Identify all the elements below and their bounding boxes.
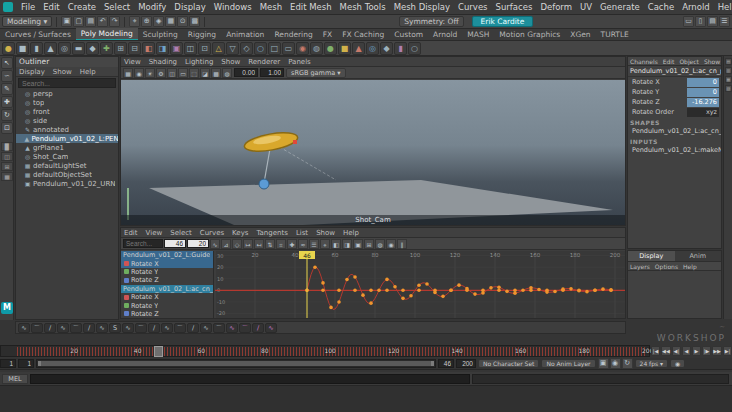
- shelf-icon[interactable]: ◎: [58, 42, 71, 55]
- keyframe-dot[interactable]: [513, 288, 517, 292]
- tangent-preset-icon[interactable]: ∿: [226, 323, 238, 333]
- graph-toolbar-icon[interactable]: ⌖: [320, 239, 330, 249]
- shelf-icon[interactable]: ⊞: [114, 42, 127, 55]
- keyframe-dot[interactable]: [321, 288, 325, 292]
- shelf-icon[interactable]: ▮: [30, 42, 43, 55]
- menu-curves[interactable]: Curves: [454, 2, 492, 12]
- range-row-icon[interactable]: ◉: [610, 358, 621, 369]
- time-slider[interactable]: 20406080100120140160180200: [0, 345, 650, 357]
- outliner-item[interactable]: ◎Shot_Cam: [16, 152, 118, 161]
- character-set-button[interactable]: No Character Set: [478, 359, 539, 368]
- snap-icon[interactable]: ⊙: [177, 16, 188, 27]
- keyframe-dot[interactable]: [449, 288, 453, 292]
- graph-channel-row[interactable]: Pendulum_v01_02_L:Guide: [121, 251, 213, 259]
- menu-edit[interactable]: Edit: [39, 2, 63, 12]
- viewport-toolbar-icon[interactable]: ☀: [145, 68, 155, 78]
- viewport-toolbar-icon[interactable]: ▩: [211, 68, 221, 78]
- animation-curve-plot[interactable]: 204060801001201401601802003020100-10-204…: [215, 251, 625, 318]
- layout-button[interactable]: ◫: [1, 152, 13, 161]
- keyframe-dot[interactable]: [361, 293, 365, 297]
- playback-button[interactable]: ◀: [682, 346, 691, 356]
- keyframe-dot[interactable]: [537, 288, 541, 292]
- sidebar-toggle-icon[interactable]: ▤: [707, 16, 718, 27]
- menu-help[interactable]: Help: [714, 2, 732, 12]
- mel-input[interactable]: [30, 374, 470, 384]
- rotate-tool[interactable]: ↻: [1, 109, 13, 121]
- view-transform-select[interactable]: sRGB gamma ▾: [286, 68, 346, 78]
- viewport-toolbar-icon[interactable]: ⚙: [156, 68, 166, 78]
- viewport-toolbar-icon[interactable]: ◪: [200, 68, 210, 78]
- range-slider-handle[interactable]: [38, 361, 434, 366]
- outliner-item[interactable]: ◎front: [16, 107, 118, 116]
- outliner-item[interactable]: ▣Pendulum_v01_02_URN: [16, 179, 118, 188]
- playback-start-field[interactable]: [18, 359, 34, 368]
- right-strip-icon[interactable]: ▥: [725, 67, 732, 74]
- layer-tab-anim[interactable]: Anim: [675, 251, 722, 261]
- graph-toolbar-icon[interactable]: ⊞: [364, 239, 374, 249]
- viewport-menu-shading[interactable]: Shading: [146, 57, 180, 66]
- range-slider[interactable]: [36, 359, 436, 368]
- outliner-item[interactable]: ◎top: [16, 98, 118, 107]
- keyframe-dot[interactable]: [401, 297, 405, 301]
- keyframe-dot[interactable]: [545, 288, 549, 292]
- snap-icon[interactable]: ▩: [189, 16, 200, 27]
- graph-editor-curve-area[interactable]: 204060801001201401601802003020100-10-204…: [215, 251, 625, 318]
- viewport-toolbar-icon[interactable]: ▦: [123, 68, 133, 78]
- stat-frame-field[interactable]: [164, 239, 186, 248]
- shelf-icon[interactable]: ▬: [72, 42, 85, 55]
- graph-menu-select[interactable]: Select: [167, 228, 195, 237]
- keyframe-dot[interactable]: [353, 288, 357, 292]
- channel-value-field[interactable]: 0: [687, 88, 719, 97]
- shelf-tab-motion-graphics[interactable]: Motion Graphics: [494, 29, 565, 40]
- menu-deform[interactable]: Deform: [536, 2, 576, 12]
- channel-box-menu-object[interactable]: Object: [677, 57, 701, 65]
- viewport-menu-panels[interactable]: Panels: [285, 57, 314, 66]
- graph-toolbar-icon[interactable]: ∥: [397, 239, 407, 249]
- channel-value-field[interactable]: 0: [687, 78, 719, 87]
- shelf-icon[interactable]: ■: [16, 42, 29, 55]
- scale-tool[interactable]: ⊡: [1, 122, 13, 134]
- graph-menu-curves[interactable]: Curves: [197, 228, 227, 237]
- shelf-icon[interactable]: ■: [338, 42, 351, 55]
- outliner-item[interactable]: ✎annotated: [16, 125, 118, 134]
- channel-attribute-row[interactable]: Rotate Z-16.276: [628, 97, 721, 107]
- menu-edit-mesh[interactable]: Edit Mesh: [286, 2, 336, 12]
- graph-toolbar-icon[interactable]: ◧: [331, 239, 341, 249]
- right-strip-icon[interactable]: ▦: [725, 76, 732, 83]
- graph-toolbar-icon[interactable]: ◇: [232, 239, 242, 249]
- layout-button[interactable]: ▦: [1, 172, 13, 181]
- menu-modify[interactable]: Modify: [134, 2, 170, 12]
- keyframe-dot[interactable]: [321, 281, 325, 285]
- mel-label[interactable]: MEL: [2, 374, 28, 384]
- menu-create[interactable]: Create: [64, 2, 100, 12]
- outliner-item[interactable]: ◎side: [16, 116, 118, 125]
- keyframe-dot[interactable]: [529, 288, 533, 292]
- shelf-tab-fx[interactable]: FX: [318, 29, 337, 40]
- tangent-preset-icon[interactable]: ⌒: [239, 323, 251, 333]
- tangent-preset-icon[interactable]: /: [83, 323, 95, 333]
- keyframe-dot[interactable]: [417, 283, 421, 287]
- graph-toolbar-icon[interactable]: ✚: [287, 239, 297, 249]
- layout-button[interactable]: ⊞: [1, 162, 13, 171]
- current-time-marker[interactable]: [154, 346, 163, 357]
- shelf-icon[interactable]: ◇: [240, 42, 253, 55]
- outliner-search-input[interactable]: [18, 78, 116, 88]
- tangent-preset-icon[interactable]: /: [187, 323, 199, 333]
- move-tool[interactable]: ✚: [1, 96, 13, 108]
- right-strip-icon[interactable]: ▧: [725, 85, 732, 92]
- playback-button[interactable]: ▶▶: [712, 346, 722, 356]
- keyframe-dot[interactable]: [569, 287, 573, 291]
- outliner-item[interactable]: ▲grPlane1: [16, 143, 118, 152]
- tangent-preset-icon[interactable]: ⌒: [213, 323, 225, 333]
- keyframe-dot[interactable]: [481, 288, 485, 292]
- shelf-icon[interactable]: ▣: [170, 42, 183, 55]
- shelf-icon[interactable]: ◆: [86, 42, 99, 55]
- menu-windows[interactable]: Windows: [210, 2, 256, 12]
- keyframe-dot[interactable]: [585, 290, 589, 294]
- graph-channel-row[interactable]: Rotate Z: [121, 310, 213, 318]
- menu-arnold[interactable]: Arnold: [678, 2, 714, 12]
- graph-channel-row[interactable]: Pendulum_v01_02_L:ac_cn_p...: [121, 285, 213, 293]
- menu-mesh-display[interactable]: Mesh Display: [390, 2, 454, 12]
- right-strip-icon[interactable]: ▤: [725, 58, 732, 65]
- menu-generate[interactable]: Generate: [596, 2, 644, 12]
